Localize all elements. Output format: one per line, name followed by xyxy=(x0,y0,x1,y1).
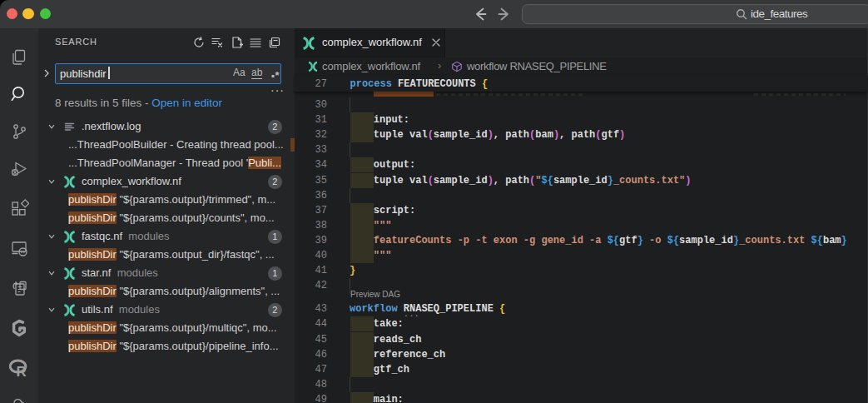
svg-text:R: R xyxy=(17,364,27,379)
svg-text:*: * xyxy=(275,69,280,80)
